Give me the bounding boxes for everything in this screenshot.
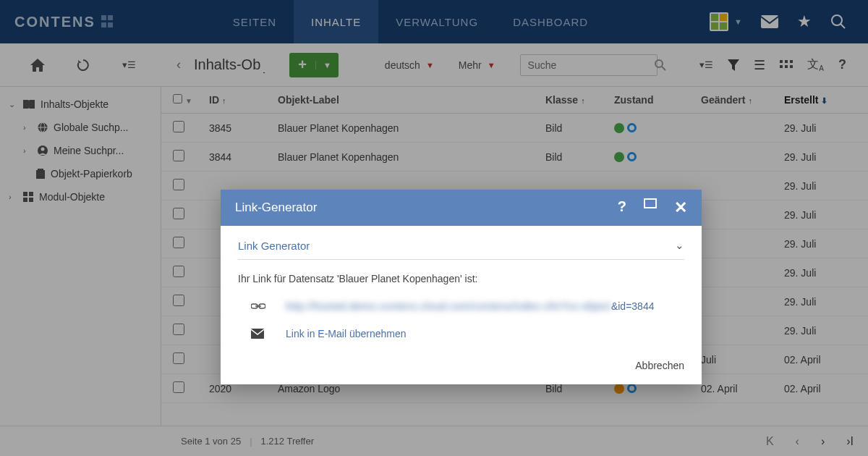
svg-rect-27 (251, 329, 264, 339)
collapse-icon: ⌄ (675, 239, 684, 252)
modal-section-title[interactable]: Link Generator ⌄ (238, 239, 684, 260)
section-label: Link Generator (238, 240, 310, 252)
link-blurred-part: http://hosted.demo.contens.cloud.com/con… (286, 300, 611, 312)
modal-body: Link Generator ⌄ Ihr Link für Datensatz … (221, 226, 702, 347)
link-icon (251, 303, 265, 310)
email-link-row[interactable]: Link in E-Mail übernehmen (238, 328, 684, 339)
modal-footer: Abbrechen (221, 347, 702, 384)
modal-description: Ihr Link für Datensatz 'Blauer Planet Ko… (238, 273, 684, 284)
modal-title: Link-Generator (235, 200, 317, 215)
mail-icon (251, 329, 265, 339)
link-visible-part: &id=3844 (611, 300, 655, 312)
email-link-label: Link in E-Mail übernehmen (286, 328, 407, 339)
modal-maximize-icon[interactable] (644, 198, 657, 217)
modal-close-icon[interactable]: ✕ (674, 198, 687, 217)
modal-header: Link-Generator ? ✕ (221, 190, 702, 226)
svg-rect-23 (644, 199, 656, 208)
cancel-button[interactable]: Abbrechen (635, 360, 684, 371)
modal-help-icon[interactable]: ? (618, 198, 626, 217)
link-generator-modal: Link-Generator ? ✕ Link Generator ⌄ Ihr … (221, 190, 702, 384)
generated-link[interactable]: http://hosted.demo.contens.cloud.com/con… (286, 300, 654, 312)
link-url-row: http://hosted.demo.contens.cloud.com/con… (238, 300, 684, 312)
